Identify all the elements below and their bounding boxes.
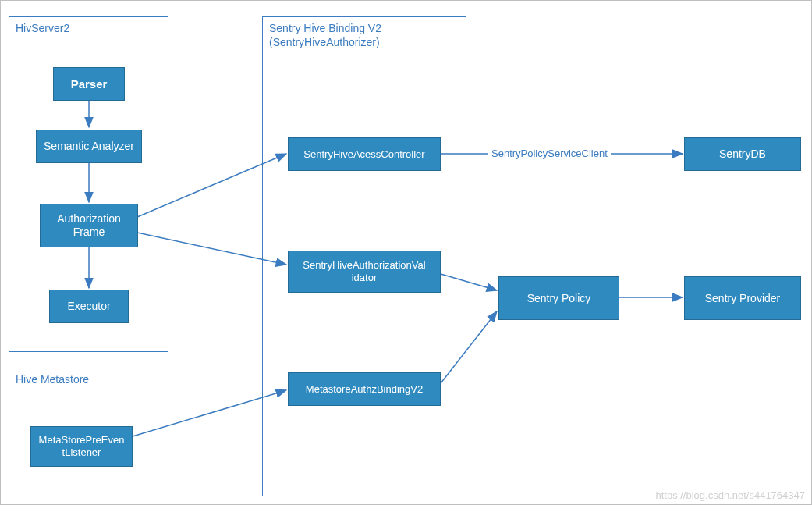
node-sentry-db: SentryDB: [684, 137, 801, 171]
watermark-text: https://blog.csdn.net/s441764347: [655, 489, 805, 501]
node-sentry-provider: Sentry Provider: [684, 276, 801, 320]
node-authorization-frame: Authorization Frame: [40, 204, 138, 247]
node-semantic-analyzer: Semantic Analyzer: [36, 130, 142, 163]
diagram-canvas: HivServer2 Sentry Hive Binding V2 (Sentr…: [0, 0, 812, 505]
node-sentry-policy: Sentry Policy: [498, 276, 619, 320]
node-executor: Executor: [49, 290, 129, 323]
node-sentry-hive-access-controller: SentryHiveAcessController: [288, 137, 441, 171]
node-sentry-hive-authorization-validator: SentryHiveAuthorizationVal idator: [288, 251, 441, 293]
node-metastore-pre-event-listener: MetaStorePreEven tListener: [30, 426, 133, 467]
node-metastore-authz-binding-v2: MetastoreAuthzBindingV2: [288, 372, 441, 406]
group-hivserver2-title: HivServer2: [16, 22, 69, 36]
node-parser: Parser: [53, 67, 125, 101]
edge-label-policy-service-client: SentryPolicyServiceClient: [488, 146, 611, 161]
group-hive-metastore-title: Hive Metastore: [16, 373, 89, 387]
group-sentry-binding-title: Sentry Hive Binding V2 (SentryHiveAuthor…: [269, 22, 381, 49]
